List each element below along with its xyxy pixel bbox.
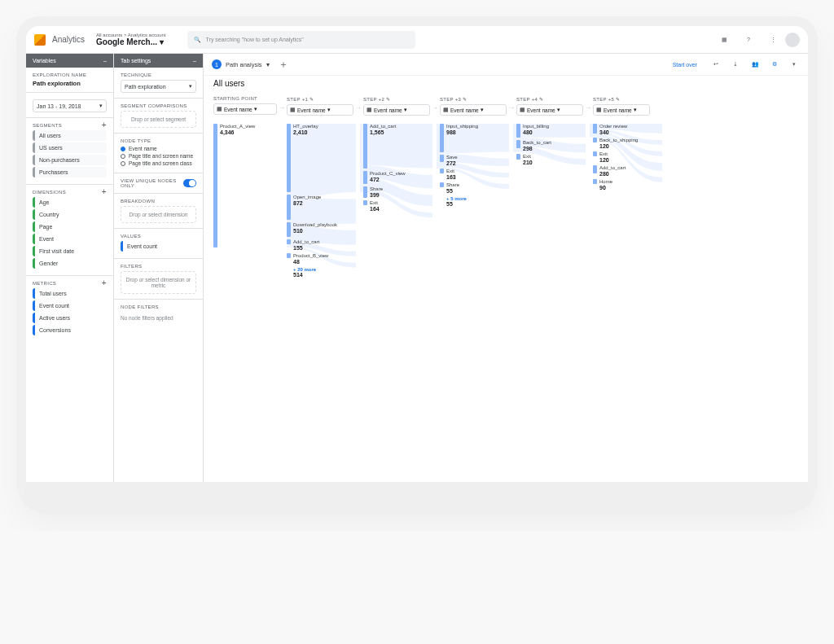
path-node[interactable]: Add_to_cart155 [287, 239, 353, 251]
collapse-icon[interactable]: – [103, 58, 107, 64]
node-type-selector[interactable]: ▦ Event name ▾ [516, 104, 583, 116]
path-node[interactable]: Save272 [440, 155, 507, 166]
path-node[interactable]: Exit164 [363, 200, 430, 212]
edit-icon[interactable]: ✎ [386, 96, 390, 102]
edit-icon[interactable]: ✎ [539, 96, 543, 102]
step-header: STARTING POINT [213, 96, 277, 101]
avatar[interactable] [785, 33, 800, 47]
arrow-icon: → [508, 104, 515, 112]
nodetype-radio[interactable]: Page title and screen name [121, 153, 196, 159]
tab-number-badge: 1 [212, 59, 222, 69]
path-node[interactable]: Product_C_view472 [363, 171, 430, 185]
canvas-toolbar: 1 Path analysis ▾ ＋ Start over ↩ ⤓ 👥 ⚙ ▾ [204, 54, 808, 76]
node-type-selector[interactable]: ▦ Event name ▾ [593, 104, 650, 116]
filters-dropzone[interactable]: Drop or select dimension or metric [121, 271, 196, 294]
path-node[interactable]: Input_shipping988 [440, 124, 507, 152]
path-node[interactable]: Exit163 [440, 169, 507, 180]
arrow-icon: → [432, 104, 438, 112]
path-node[interactable]: Product_A_view4,346 [213, 124, 277, 248]
path-node[interactable]: Share399 [363, 186, 430, 198]
path-node[interactable]: Home90 [593, 179, 660, 191]
path-node[interactable]: Back_to_cart298 [516, 140, 583, 151]
path-node[interactable]: Add_to_cart280 [593, 165, 660, 177]
tab-settings-header: Tab settings – [114, 54, 203, 68]
segment-dropzone[interactable]: Drop or select segment [121, 111, 196, 128]
edit-icon[interactable]: ✎ [463, 96, 467, 102]
more-icon[interactable]: ⋮ [767, 34, 779, 46]
node-type-selector[interactable]: ▦ Event name ▾ [287, 104, 353, 116]
segment-chip[interactable]: All users [33, 130, 107, 141]
path-node[interactable]: HT_overlay2,410 [287, 124, 353, 192]
metric-chip[interactable]: Event count [33, 300, 107, 311]
chevron-down-icon: ▾ [266, 61, 270, 68]
path-node[interactable]: Add_to_cart1,565 [363, 124, 430, 169]
nodetype-radio[interactable]: Page title and screen class [121, 160, 196, 166]
variables-panel: Variables – Exploration name Path explor… [26, 54, 114, 482]
technique-selector[interactable]: Path exploration▾ [121, 80, 196, 93]
edit-icon[interactable]: ✎ [616, 96, 620, 102]
segment-chip[interactable]: Non-purchasers [33, 155, 107, 165]
edit-icon[interactable]: ✎ [309, 96, 314, 102]
add-tab-button[interactable]: ＋ [278, 59, 289, 70]
canvas: 1 Path analysis ▾ ＋ Start over ↩ ⤓ 👥 ⚙ ▾… [204, 54, 808, 482]
more-icon[interactable]: ▾ [788, 59, 800, 70]
add-segment-button[interactable]: + [102, 123, 107, 128]
metric-chip[interactable]: Active users [33, 313, 107, 323]
unique-nodes-toggle[interactable] [183, 179, 196, 187]
dimension-chip[interactable]: Age [33, 197, 107, 208]
undo-icon[interactable]: ↩ [710, 59, 722, 70]
dimension-chip[interactable]: First visit date [33, 246, 107, 256]
collapse-icon[interactable]: – [193, 58, 196, 64]
tab-settings-panel: Tab settings – TECHNIQUE Path exploratio… [114, 54, 204, 482]
dimension-chip[interactable]: Country [33, 209, 107, 220]
dimension-chip[interactable]: Page [33, 221, 107, 232]
chevron-down-icon: ▾ [99, 103, 103, 109]
path-node[interactable]: Exit210 [516, 154, 583, 165]
apps-icon[interactable]: ▦ [718, 34, 730, 46]
help-icon[interactable]: ? [743, 34, 754, 46]
path-node[interactable]: Share55 [440, 182, 507, 194]
arrow-icon: → [279, 104, 285, 112]
step-header: STEP +1 ✎ [287, 96, 353, 102]
step-header: STEP +5 ✎ [593, 96, 650, 102]
dimension-chip[interactable]: Event [33, 234, 107, 244]
path-node[interactable]: Input_billing480 [516, 124, 583, 138]
path-node[interactable]: Download_playbook510 [287, 222, 353, 237]
account-block[interactable]: All accounts > Analytics account Google … [96, 33, 166, 46]
path-node[interactable]: Product_B_view48 [287, 253, 353, 265]
add-metric-button[interactable]: + [102, 281, 107, 286]
date-range-selector[interactable]: Jan 13 - 19, 2018▾ [33, 99, 107, 112]
exploration-name[interactable]: Path exploration [33, 80, 107, 87]
node-type-selector[interactable]: ▦ Event name ▾ [440, 104, 507, 116]
laptop-frame: Analytics All accounts > Analytics accou… [16, 16, 818, 515]
nodetype-radio[interactable]: Event name [121, 146, 196, 151]
path-node[interactable]: Exit120 [593, 151, 660, 163]
segment-chip[interactable]: US users [33, 142, 107, 153]
metric-chip[interactable]: Total users [33, 288, 107, 299]
more-nodes-link[interactable]: + 5 more55 [446, 196, 507, 207]
share-icon[interactable]: 👥 [749, 59, 761, 70]
app-screen: Analytics All accounts > Analytics accou… [26, 26, 808, 482]
dimension-chip[interactable]: Gender [33, 258, 107, 269]
node-type-selector[interactable]: ▦ Event name ▾ [363, 104, 430, 116]
path-node[interactable]: Order review340 [593, 124, 660, 135]
download-icon[interactable]: ⤓ [730, 59, 741, 70]
node-type-selector[interactable]: ▦ Event name ▾ [213, 103, 277, 115]
path-node[interactable]: Open_image872 [287, 195, 353, 220]
path-node[interactable]: Back_to_shipping120 [593, 138, 660, 149]
breakdown-dropzone[interactable]: Drop or select dimension [121, 206, 196, 223]
node-filters-note: No node filters applied [121, 312, 196, 324]
workspace: Variables – Exploration name Path explor… [26, 54, 808, 482]
search-input[interactable]: 🔍 Try searching "how to set up Analytics… [187, 31, 415, 49]
metric-chip[interactable]: Conversions [33, 325, 107, 335]
start-over-button[interactable]: Start over [673, 62, 697, 68]
more-nodes-link[interactable]: + 20 more514 [293, 267, 353, 278]
tab-path-analysis[interactable]: 1 Path analysis ▾ [212, 59, 270, 69]
chevron-down-icon: ▾ [189, 83, 192, 90]
values-chip[interactable]: Event count [121, 241, 196, 252]
segment-chip[interactable]: Purchasers [33, 167, 107, 177]
add-dimension-button[interactable]: + [102, 190, 107, 195]
arrow-icon: → [585, 104, 591, 112]
settings-icon[interactable]: ⚙ [769, 59, 780, 70]
path-chart[interactable]: STARTING POINT ▦ Event name ▾ → STEP +1 … [204, 91, 808, 482]
